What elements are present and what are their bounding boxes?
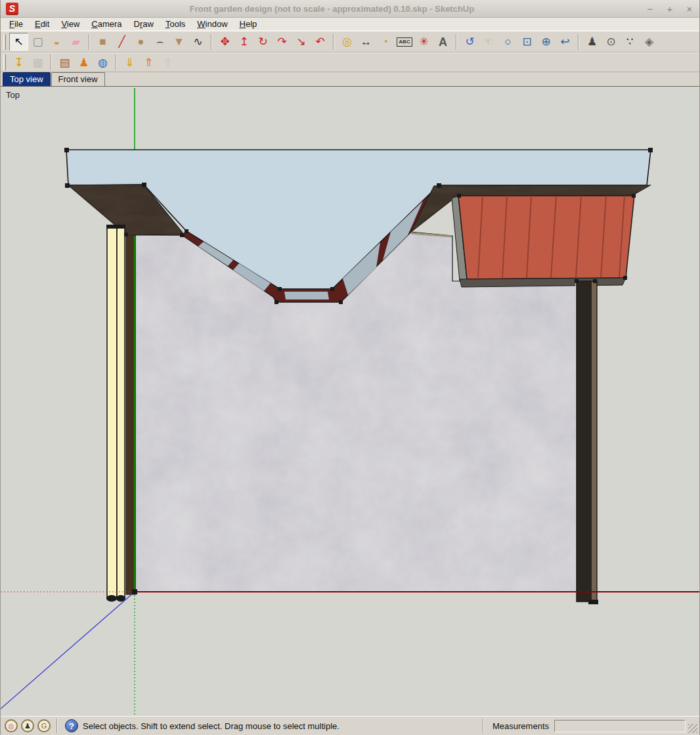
- arc-tool[interactable]: ⌢: [150, 33, 169, 51]
- statusbar-separator: [483, 719, 483, 733]
- menu-window[interactable]: Window: [191, 18, 233, 30]
- sketchup-window: S Front garden design (not to scale - ap…: [0, 0, 700, 735]
- preview-model-in-google-earth[interactable]: ♟: [74, 55, 93, 71]
- rectangle-tool[interactable]: ■: [93, 33, 112, 51]
- credit-icon[interactable]: ♟: [21, 719, 34, 732]
- walk-tool[interactable]: ∵: [621, 33, 640, 51]
- garage-roof[interactable]: [452, 196, 634, 287]
- section-plane-tool[interactable]: ◈: [640, 33, 659, 51]
- toolbar-separator: [116, 55, 117, 70]
- eraser-tool[interactable]: ▰: [66, 33, 85, 51]
- polygon-tool[interactable]: ▼: [169, 33, 188, 51]
- protractor-tool[interactable]: ◔: [376, 33, 395, 51]
- close-button[interactable]: ×: [685, 3, 694, 14]
- zoom-window-tool[interactable]: ⊡: [517, 33, 536, 51]
- menu-tools[interactable]: Tools: [160, 18, 191, 30]
- toolbar-separator: [456, 34, 457, 50]
- statusbar-separator: [56, 719, 57, 733]
- help-icon[interactable]: ?: [65, 719, 78, 732]
- toolbar-separator: [211, 34, 212, 50]
- google-earth[interactable]: ◍: [93, 55, 112, 71]
- view-name-label: Top: [6, 90, 20, 100]
- toggle-terrain[interactable]: ▦: [28, 55, 47, 71]
- axes-origin: [132, 589, 137, 594]
- menu-view[interactable]: View: [55, 18, 85, 30]
- share-component[interactable]: ⇧: [158, 55, 177, 71]
- dimension-tool[interactable]: ↔: [357, 33, 376, 51]
- glass-pane[interactable]: [284, 292, 329, 300]
- measurements-input[interactable]: [554, 720, 686, 732]
- status-message: Select objects. Shift to extend select. …: [83, 721, 339, 731]
- status-bar: ◍♟G ? Select objects. Shift to extend se…: [1, 716, 699, 735]
- toolbar-separator: [333, 34, 334, 50]
- google-icon[interactable]: G: [37, 719, 51, 732]
- tab-front-view[interactable]: Front view: [51, 72, 105, 86]
- pan-tool[interactable]: ☜: [479, 33, 498, 51]
- main-toolbar: ↖▢◒▰■╱●⌢▼∿✥↥↻↷↘↶◎↔◔ABC✳A↺☜○⊡⊕↩♟⊙∵◈: [1, 31, 699, 53]
- toolbar-drag-handle[interactable]: [3, 55, 6, 70]
- zoom-tool[interactable]: ○: [498, 33, 517, 51]
- move-tool[interactable]: ✥: [215, 33, 234, 51]
- make-component-tool[interactable]: ▢: [28, 33, 47, 51]
- menu-bar: FileEditViewCameraDrawToolsWindowHelp: [1, 18, 699, 31]
- scene-tab-bar: Top viewFront view: [1, 72, 699, 87]
- tape-measure-tool[interactable]: ◎: [338, 33, 357, 51]
- menu-help[interactable]: Help: [234, 18, 263, 30]
- menu-draw[interactable]: Draw: [128, 18, 160, 30]
- previous-view-tool[interactable]: ↩: [556, 33, 575, 51]
- wall-strip-left[interactable]: [126, 235, 135, 594]
- toolbar-separator: [578, 34, 579, 50]
- scale-tool[interactable]: ↘: [292, 33, 311, 51]
- rotate-tool[interactable]: ↻: [253, 33, 273, 51]
- look-around-tool[interactable]: ⊙: [602, 33, 621, 51]
- menu-file[interactable]: File: [3, 18, 29, 30]
- title-bar: S Front garden design (not to scale - ap…: [1, 0, 699, 18]
- toolbar-separator: [51, 55, 52, 70]
- photo-textures[interactable]: ▤: [55, 55, 74, 71]
- get-models[interactable]: ⇓: [120, 55, 139, 71]
- get-current-view[interactable]: ↧: [9, 55, 28, 71]
- share-model[interactable]: ⇑: [139, 55, 158, 71]
- line-tool[interactable]: ╱: [112, 33, 131, 51]
- orbit-tool[interactable]: ↺: [460, 33, 479, 51]
- menu-edit[interactable]: Edit: [29, 18, 55, 30]
- 3d-text-tool[interactable]: A: [433, 33, 452, 51]
- select-tool[interactable]: ↖: [9, 33, 28, 51]
- circle-tool[interactable]: ●: [131, 33, 150, 51]
- model-canvas[interactable]: Top: [1, 87, 700, 716]
- axes-tool[interactable]: ✳: [414, 33, 433, 51]
- model-viewport[interactable]: Top: [1, 87, 700, 716]
- menu-camera[interactable]: Camera: [85, 18, 127, 30]
- hint-icon[interactable]: ◍: [5, 719, 18, 732]
- wall-post-right[interactable]: [576, 281, 598, 604]
- sketchup-logo-icon: S: [6, 3, 18, 15]
- zoom-extents-tool[interactable]: ⊕: [536, 33, 556, 51]
- maximize-button[interactable]: +: [665, 3, 674, 14]
- position-camera-tool[interactable]: ♟: [582, 33, 602, 51]
- measurements-label: Measurements: [492, 721, 549, 731]
- minimize-button[interactable]: −: [645, 3, 655, 14]
- fence-left[interactable]: [106, 225, 125, 602]
- toolbar-separator: [89, 34, 90, 50]
- paint-bucket-tool[interactable]: ◒: [47, 33, 66, 51]
- window-resize-grip[interactable]: [688, 724, 697, 733]
- text-tool[interactable]: ABC: [397, 37, 412, 47]
- window-title: Front garden design (not to scale - appr…: [18, 4, 645, 14]
- toolbar-drag-handle[interactable]: [3, 34, 6, 50]
- google-toolbar: ↧▦▤♟◍⇓⇑⇧: [1, 53, 699, 72]
- push-pull-tool[interactable]: ↥: [234, 33, 253, 51]
- offset-tool[interactable]: ↶: [311, 33, 330, 51]
- freehand-tool[interactable]: ∿: [188, 33, 208, 51]
- follow-me-tool[interactable]: ↷: [273, 33, 292, 51]
- tab-top-view[interactable]: Top view: [3, 72, 51, 86]
